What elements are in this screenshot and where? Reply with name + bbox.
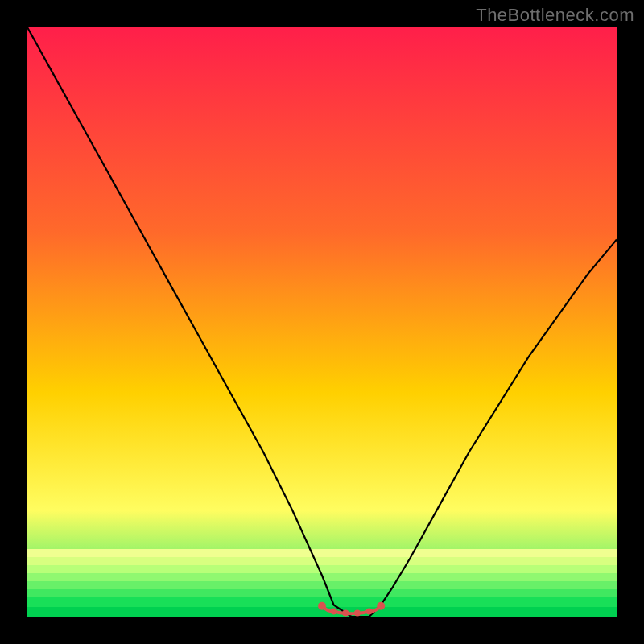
band-row <box>27 589 617 597</box>
gradient-background <box>27 27 617 617</box>
band-row <box>27 549 617 557</box>
band-row <box>27 581 617 589</box>
band-row <box>27 565 617 573</box>
chart-svg <box>27 27 617 617</box>
watermark-text: TheBottleneck.com <box>476 5 634 26</box>
chart-frame: TheBottleneck.com <box>0 0 644 644</box>
band-row <box>27 557 617 565</box>
plot-area <box>27 27 617 617</box>
